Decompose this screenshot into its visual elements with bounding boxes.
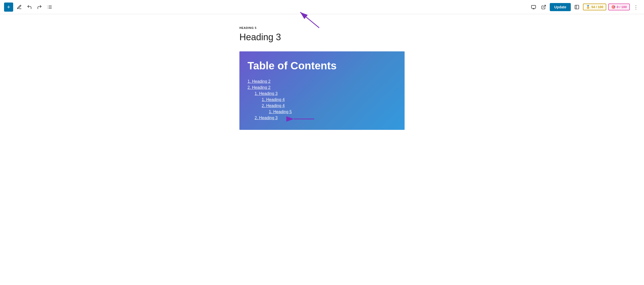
toc-link[interactable]: 1. Heading 3 bbox=[255, 91, 278, 96]
more-options-button[interactable]: ⋮ bbox=[632, 3, 640, 11]
toc-list-item: 2. Heading 4 bbox=[248, 104, 396, 108]
svg-rect-6 bbox=[531, 5, 536, 8]
seo-score-icon: 🏅 bbox=[586, 5, 590, 9]
toc-link[interactable]: 2. Heading 2 bbox=[248, 85, 271, 90]
toc-list-item: 2. Heading 2 bbox=[248, 85, 396, 90]
view-page-button[interactable] bbox=[540, 3, 548, 11]
readability-score-badge[interactable]: 🎯 0 / 100 bbox=[608, 4, 630, 10]
heading-label: HEADING 5 bbox=[239, 26, 405, 29]
toolbar-left: + bbox=[4, 3, 527, 12]
undo-button[interactable] bbox=[25, 3, 33, 11]
toc-list-item: 1. Heading 3 bbox=[248, 91, 396, 96]
toc-link[interactable]: 1. Heading 5 bbox=[269, 110, 292, 114]
edit-button[interactable] bbox=[15, 3, 23, 11]
toc-list-item: 1. Heading 2 bbox=[248, 79, 396, 84]
editor-area: HEADING 5 Heading 3 Table of Contents 1.… bbox=[0, 14, 644, 285]
redo-button[interactable] bbox=[35, 3, 44, 11]
readability-score-value: 0 / 100 bbox=[617, 5, 627, 9]
toc-list-item: 1. Heading 4 bbox=[248, 97, 396, 102]
add-block-button[interactable]: + bbox=[4, 3, 13, 12]
toc-link[interactable]: 1. Heading 4 bbox=[262, 97, 285, 102]
toc-block[interactable]: Table of Contents 1. Heading 22. Heading… bbox=[239, 51, 405, 130]
update-button[interactable]: Update bbox=[550, 3, 571, 11]
editor-inner: HEADING 5 Heading 3 Table of Contents 1.… bbox=[233, 26, 411, 130]
sidebar-toggle-button[interactable] bbox=[573, 3, 581, 11]
toolbar: + bbox=[0, 0, 644, 14]
seo-score-value: 54 / 100 bbox=[591, 5, 603, 9]
svg-rect-10 bbox=[575, 5, 579, 9]
toc-link[interactable]: 2. Heading 4 bbox=[262, 104, 285, 108]
toc-title: Table of Contents bbox=[248, 59, 396, 72]
toc-list-item: 2. Heading 3 bbox=[248, 116, 396, 120]
toc-link[interactable]: 1. Heading 2 bbox=[248, 79, 271, 84]
preview-button[interactable] bbox=[529, 3, 538, 11]
readability-score-icon: 🎯 bbox=[611, 5, 615, 9]
heading-3[interactable]: Heading 3 bbox=[239, 31, 405, 43]
toolbar-right: Update 🏅 54 / 100 🎯 0 / 100 ⋮ bbox=[529, 3, 640, 11]
seo-score-badge[interactable]: 🏅 54 / 100 bbox=[583, 4, 606, 10]
list-view-button[interactable] bbox=[46, 3, 54, 11]
svg-line-9 bbox=[543, 5, 545, 7]
toc-list-item: 1. Heading 5 bbox=[248, 110, 396, 114]
toc-list: 1. Heading 22. Heading 21. Heading 31. H… bbox=[248, 79, 396, 120]
toc-link[interactable]: 2. Heading 3 bbox=[255, 116, 278, 120]
